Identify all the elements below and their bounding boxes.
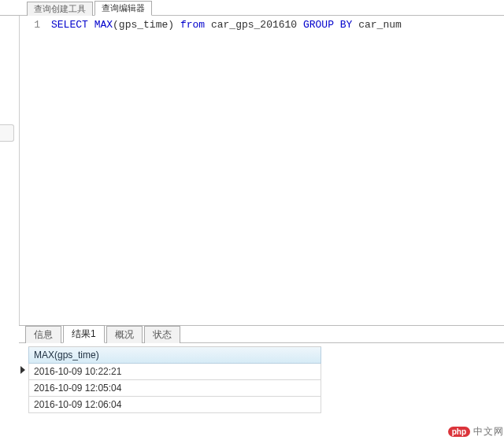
tab-query-builder[interactable]: 查询创建工具 bbox=[27, 2, 93, 16]
kw-group-by: GROUP BY bbox=[303, 19, 352, 31]
tab-query-editor[interactable]: 查询编辑器 bbox=[94, 1, 152, 16]
sql-code[interactable]: SELECT MAX(gps_time) from car_gps_201610… bbox=[46, 16, 402, 325]
tab-info[interactable]: 信息 bbox=[25, 326, 61, 343]
left-panel-collapse-handle[interactable] bbox=[0, 124, 14, 142]
watermark: php 中文网 bbox=[448, 425, 504, 438]
watermark-text: 中文网 bbox=[473, 425, 504, 438]
line-number: 1 bbox=[20, 19, 40, 31]
kw-max: MAX bbox=[94, 19, 113, 31]
tab-result1[interactable]: 结果1 bbox=[63, 325, 105, 343]
table-row[interactable]: 2016-10-09 10:22:21 bbox=[28, 364, 321, 380]
kw-from: from bbox=[180, 19, 205, 31]
paren-close: ) bbox=[168, 19, 174, 31]
cell-value: 2016-10-09 12:06:04 bbox=[34, 399, 121, 410]
watermark-badge: php bbox=[448, 427, 470, 437]
results-panel: 信息 结果1 概况 状态 MAX(gps_time) 2016-10-09 10… bbox=[19, 325, 504, 413]
kw-select: SELECT bbox=[51, 19, 88, 31]
cell-value: 2016-10-09 10:22:21 bbox=[34, 366, 121, 377]
line-gutter: 1 bbox=[20, 16, 46, 325]
paren-open: ( bbox=[113, 19, 119, 31]
sql-editor[interactable]: 1 SELECT MAX(gps_time) from car_gps_2016… bbox=[19, 16, 504, 325]
result-grid[interactable]: MAX(gps_time) 2016-10-09 10:22:21 2016-1… bbox=[28, 346, 321, 413]
column-header[interactable]: MAX(gps_time) bbox=[28, 347, 321, 364]
col-gps-time: gps_time bbox=[119, 19, 168, 31]
table-name: car_gps_201610 bbox=[211, 19, 297, 31]
table-row[interactable]: 2016-10-09 12:06:04 bbox=[28, 397, 321, 413]
results-tab-bar: 信息 结果1 概况 状态 bbox=[19, 326, 504, 343]
tab-status[interactable]: 状态 bbox=[144, 326, 180, 343]
row-cursor-icon bbox=[20, 366, 25, 374]
editor-tab-bar: 查询创建工具 查询编辑器 bbox=[0, 0, 504, 16]
cell-value: 2016-10-09 12:05:04 bbox=[34, 383, 121, 394]
col-car-num: car_num bbox=[358, 19, 402, 31]
tab-profile[interactable]: 概况 bbox=[106, 326, 143, 343]
table-row[interactable]: 2016-10-09 12:05:04 bbox=[28, 380, 321, 397]
